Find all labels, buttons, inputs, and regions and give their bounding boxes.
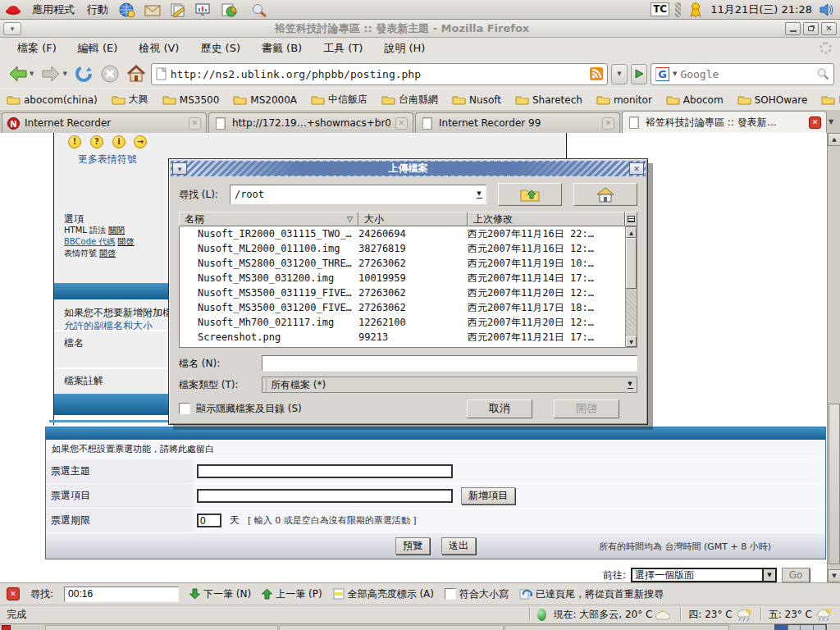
column-modified[interactable]: 上次修改 — [468, 212, 625, 226]
list-scroll-up-icon[interactable]: ▲ — [626, 227, 637, 238]
find-next-button[interactable]: 下一筆 (N) — [189, 587, 251, 601]
volume-icon[interactable] — [818, 1, 836, 19]
file-row[interactable]: Nusoft_MS2800_031200_THRE… 27263062 西元20… — [180, 256, 625, 271]
scrollbar-thumb[interactable] — [829, 404, 840, 564]
workspace-switcher[interactable] — [774, 624, 827, 630]
bookmark-folder[interactable]: monitor — [596, 94, 652, 106]
weather-now[interactable]: 現在: 大部多云, 20° C — [553, 608, 673, 622]
poll-option-input[interactable] — [197, 489, 453, 503]
filetype-combo[interactable]: 所有檔案 (*) ▼ — [262, 377, 637, 393]
redhat-menu-icon[interactable] — [4, 1, 22, 19]
back-button[interactable]: ▼ — [6, 62, 35, 86]
close-button[interactable]: ✕ — [821, 22, 837, 35]
bookmark-folder[interactable]: Abocom — [666, 94, 724, 106]
tab-overflow-dropdown[interactable]: ▼ — [824, 112, 838, 131]
search-input[interactable] — [680, 68, 813, 80]
find-prev-button[interactable]: 上一筆 (P) — [262, 587, 322, 601]
match-case-checkbox[interactable]: 符合大小寫 — [445, 587, 509, 601]
submit-button[interactable]: 送出 — [441, 537, 476, 555]
tab-close-icon[interactable]: ✕ — [189, 117, 201, 130]
url-input[interactable] — [171, 68, 586, 80]
browser-tab[interactable]: http://172.19…+showmacs+br0 ✕ — [208, 112, 413, 133]
file-row[interactable]: Nusoft_MS300_031200.img 10019959 西元2007年… — [180, 271, 625, 285]
bookmark-folder[interactable]: 台南縣網 — [381, 93, 438, 107]
smiley-exclaim-button[interactable]: ! — [68, 135, 81, 148]
menu-item[interactable]: 說明 (H) — [373, 41, 436, 56]
column-size[interactable]: 大小 — [358, 212, 468, 226]
column-name[interactable]: 名稱▽ — [179, 212, 358, 226]
folder-up-button[interactable] — [498, 183, 562, 206]
restore-button[interactable] — [803, 22, 819, 35]
actions-menu[interactable]: 行動 — [84, 2, 111, 17]
bookmark-folder[interactable]: SOHOware — [737, 94, 808, 106]
tab-close-icon[interactable]: ✕ — [395, 117, 408, 130]
column-options-icon[interactable] — [625, 212, 637, 226]
bookmark-folder[interactable]: abocom(china) — [7, 94, 98, 106]
scroll-up-icon[interactable]: ▲ — [828, 133, 840, 146]
browser-tab[interactable]: 裕笠科技討論專區 :: 發表新… ✕ — [622, 111, 827, 133]
smiley-question-button[interactable]: ? — [90, 135, 103, 148]
file-row[interactable]: Nusoft_ML2000_011100.img 38276819 西元2007… — [180, 241, 625, 256]
notification-badge-icon[interactable] — [687, 1, 705, 19]
taskbar-applet-icon[interactable] — [2, 625, 11, 630]
search-bar[interactable]: G ▼ — [651, 63, 834, 85]
combo-arrow-icon[interactable]: ▼ — [472, 185, 486, 203]
stop-button[interactable] — [98, 62, 121, 86]
browser-tab[interactable]: Internet Recorder 99 ✕ — [415, 112, 620, 133]
bookmark-folder[interactable]: Nusoft — [452, 94, 501, 106]
bookmark-folder[interactable]: MS2000A — [233, 94, 297, 106]
bookmark-folder[interactable]: 中信飯店 — [311, 93, 368, 107]
cancel-button[interactable]: 取消 — [467, 399, 532, 418]
menu-item[interactable]: 書籤 (B) — [251, 41, 313, 56]
poll-limit-input[interactable] — [197, 514, 221, 527]
minimize-button[interactable] — [785, 22, 801, 35]
bookmark-folder[interactable]: MS3500 — [162, 94, 220, 106]
clock[interactable]: 11月21日(三) 21:28 — [710, 2, 812, 17]
file-list-scrollbar[interactable]: ▲ ▼ — [625, 226, 637, 348]
filename-input[interactable] — [262, 355, 637, 372]
file-row[interactable]: Nusoft_IR2000_031115_TWO_… 24260694 西元20… — [180, 226, 625, 241]
dialog-titlebar[interactable]: ▾ 上傳檔案 ✕ — [171, 161, 646, 176]
find-close-icon[interactable]: ✕ — [7, 587, 20, 600]
menu-item[interactable]: 歷史 (S) — [189, 41, 251, 56]
location-combo[interactable]: /root ▼ — [230, 185, 486, 204]
go-button[interactable] — [631, 64, 647, 84]
preview-button[interactable]: 預覽 — [395, 537, 430, 555]
menu-item[interactable]: 檢視 (V) — [128, 41, 189, 56]
scroll-down-icon[interactable]: ▼ — [828, 569, 840, 582]
search-launcher-icon[interactable] — [250, 1, 268, 19]
firefox-titlebar[interactable]: ▾ 裕笠科技討論專區 :: 發表新主題 - Mozilla Firefox ✕ — [0, 20, 840, 38]
menu-item[interactable]: 編輯 (E) — [67, 41, 129, 56]
forward-button[interactable]: ▼ — [39, 62, 68, 86]
add-option-button[interactable]: 新增項目 — [461, 487, 515, 504]
search-engine-dropdown-icon[interactable]: ▼ — [673, 71, 677, 77]
web-browser-launcher-icon[interactable] — [118, 1, 136, 19]
file-row[interactable]: Nusoft_Mh700_021117.img 12262100 西元2007年… — [180, 315, 625, 330]
bbcode-link[interactable]: BBCode 代碼 — [64, 237, 115, 246]
find-input[interactable] — [64, 587, 179, 602]
search-magnifier-icon[interactable] — [816, 67, 829, 80]
list-scrollbar-thumb[interactable] — [626, 238, 637, 289]
content-scrollbar[interactable]: ▲ ▼ — [827, 133, 840, 582]
taskbar-window-button[interactable] — [279, 625, 504, 630]
home-button[interactable] — [125, 62, 148, 86]
taskbar-window-button[interactable] — [45, 625, 278, 630]
home-directory-button[interactable] — [573, 183, 637, 206]
open-button[interactable]: 開啓 — [554, 399, 619, 418]
ime-indicator[interactable]: TC — [651, 2, 669, 16]
presentation-launcher-icon[interactable] — [194, 1, 212, 19]
dialog-menu-button[interactable]: ▾ — [172, 162, 187, 175]
show-hidden-checkbox[interactable] — [179, 403, 190, 414]
rss-icon[interactable] — [590, 67, 603, 80]
applications-menu[interactable]: 應用程式 — [30, 2, 77, 17]
file-row[interactable]: Screenshot.png 99213 西元2007年11月21日 17:… — [180, 330, 625, 345]
bookmark-folder[interactable]: IR — [821, 94, 840, 106]
taskbar-window-button[interactable] — [504, 625, 729, 630]
tab-close-icon[interactable]: ✕ — [602, 117, 614, 130]
forecast-led-icon[interactable] — [537, 609, 546, 621]
documents-launcher-icon[interactable] — [169, 1, 187, 19]
google-engine-icon[interactable]: G — [655, 67, 669, 81]
url-bar[interactable] — [151, 63, 608, 85]
panel-grip-handle[interactable] — [675, 2, 681, 17]
menu-item[interactable]: 工具 (T) — [313, 41, 373, 56]
